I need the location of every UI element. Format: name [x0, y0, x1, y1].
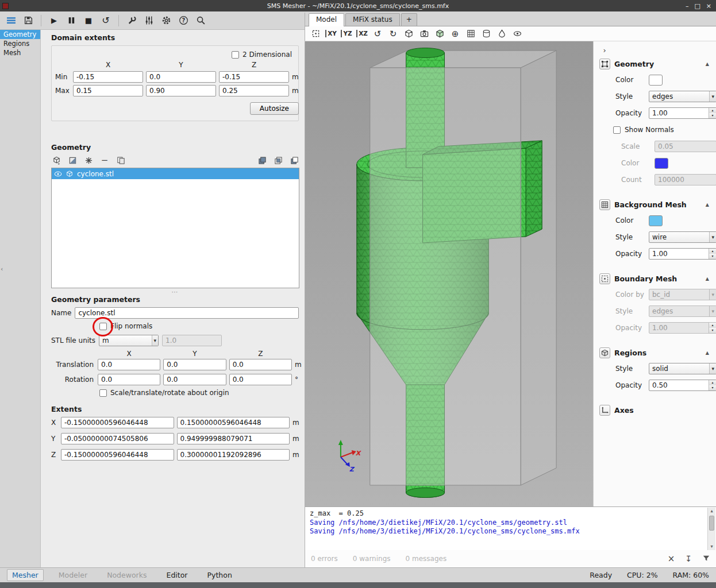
console-scrollbar[interactable]: ▲ ▼	[707, 508, 715, 550]
add-geometry-icon[interactable]	[51, 155, 61, 165]
autosize-button[interactable]: Autosize	[250, 102, 299, 115]
regions-style-combo[interactable]: solid ▾	[649, 363, 716, 374]
geometry-style-combo[interactable]: edges ▾	[649, 91, 716, 102]
collapse-caret-icon[interactable]: ▲	[706, 276, 711, 281]
maximize-button[interactable]: □	[694, 2, 700, 10]
spin-up-icon[interactable]: ▴	[709, 380, 716, 385]
mode-modeler[interactable]: Modeler	[54, 570, 92, 581]
toggle-boundary-mesh-icon[interactable]	[480, 28, 492, 40]
screenshot-camera-icon[interactable]	[418, 28, 430, 40]
rotation-y-input[interactable]	[163, 374, 226, 385]
domain-ymin-input[interactable]	[146, 71, 216, 83]
collapse-panel-button[interactable]: ›	[599, 45, 610, 55]
rotation-z-input[interactable]	[229, 374, 292, 385]
view-yz-button[interactable]: YZ	[341, 30, 352, 37]
collapse-caret-icon[interactable]: ▲	[706, 61, 711, 67]
mode-nodeworks[interactable]: Nodeworks	[102, 570, 151, 581]
toggle-geometry-icon[interactable]	[434, 28, 445, 40]
remove-geometry-icon[interactable]: −	[99, 155, 110, 165]
domain-zmax-input[interactable]	[219, 85, 289, 96]
build-wrench-icon[interactable]	[124, 14, 139, 28]
tab-add[interactable]: +	[401, 13, 417, 26]
domain-xmax-input[interactable]	[73, 85, 143, 96]
collapse-caret-icon[interactable]: ▲	[706, 350, 711, 355]
spin-up-icon[interactable]: ▴	[709, 249, 716, 254]
nav-item-geometry[interactable]: Geometry	[0, 30, 40, 39]
background-mesh-color-swatch[interactable]	[649, 215, 663, 226]
geometry-list-item[interactable]: cyclone.stl	[52, 168, 299, 179]
mode-python[interactable]: Python	[203, 570, 237, 581]
search-icon[interactable]	[193, 14, 208, 28]
rotate-counterclockwise-icon[interactable]: ↺	[372, 28, 383, 40]
spin-down-icon[interactable]: ▾	[709, 113, 716, 118]
flip-normals-checkbox[interactable]	[99, 323, 107, 330]
scrollbar-thumb[interactable]	[709, 516, 714, 531]
union-icon[interactable]	[257, 155, 267, 165]
scroll-to-end-icon[interactable]: ↧	[685, 554, 692, 563]
filter-messages-icon[interactable]	[702, 554, 710, 564]
add-filter-icon[interactable]	[67, 155, 78, 165]
translation-z-input[interactable]	[229, 359, 292, 370]
domain-ymax-input[interactable]	[146, 85, 216, 96]
copy-geometry-icon[interactable]	[116, 155, 126, 165]
clear-console-icon[interactable]: ×	[668, 554, 675, 564]
intersect-icon[interactable]	[273, 155, 283, 165]
parameters-sliders-icon[interactable]	[141, 14, 156, 28]
scroll-up-icon[interactable]: ▲	[708, 508, 715, 514]
nav-item-mesh[interactable]: Mesh	[0, 48, 40, 57]
close-button[interactable]: ×	[706, 2, 711, 10]
translation-x-input[interactable]	[98, 359, 160, 370]
stop-icon[interactable]: ■	[81, 14, 96, 28]
extent-x-max-input[interactable]	[177, 417, 290, 428]
tab-model[interactable]: Model	[309, 13, 344, 26]
nav-splitter-arrow[interactable]: ‹	[1, 265, 3, 273]
geometry-color-swatch[interactable]	[649, 75, 663, 86]
background-mesh-opacity-spinbox[interactable]: 1.00 ▴▾	[649, 248, 716, 260]
3d-viewport[interactable]: X Z	[305, 41, 593, 506]
help-icon[interactable]: ?	[176, 14, 191, 28]
toggle-axes-icon[interactable]: ⊕	[449, 28, 461, 40]
reset-icon[interactable]: ↺	[98, 14, 113, 28]
stl-units-combo[interactable]: m ▾	[99, 335, 159, 346]
mode-mesher[interactable]: Mesher	[7, 569, 44, 581]
run-icon[interactable]: ▶	[47, 14, 61, 28]
toggle-background-mesh-icon[interactable]	[465, 28, 476, 40]
minimize-button[interactable]: –	[686, 2, 689, 10]
spin-down-icon[interactable]: ▾	[709, 254, 716, 259]
toggle-visibility-icon[interactable]	[511, 28, 523, 40]
normals-color-swatch[interactable]	[655, 158, 668, 169]
output-console[interactable]: z_max = 0.25 Saving /nfs/home/3/dietikej…	[305, 506, 716, 550]
view-xy-button[interactable]: XY	[325, 30, 337, 37]
toggle-regions-icon[interactable]	[496, 28, 507, 40]
regions-opacity-spinbox[interactable]: 0.50 ▴▾	[649, 380, 716, 391]
nav-item-regions[interactable]: Regions	[0, 39, 40, 48]
show-normals-checkbox[interactable]	[613, 126, 621, 134]
extent-x-min-input[interactable]	[61, 417, 174, 428]
domain-xmin-input[interactable]	[73, 71, 143, 83]
rotation-x-input[interactable]	[98, 374, 160, 385]
extent-z-max-input[interactable]	[177, 449, 290, 461]
translation-y-input[interactable]	[163, 359, 226, 370]
view-xz-button[interactable]: XZ	[356, 30, 368, 37]
spin-up-icon[interactable]: ▴	[709, 108, 716, 113]
mode-editor[interactable]: Editor	[162, 570, 193, 581]
tab-mfix-status[interactable]: MFiX status	[345, 13, 400, 26]
spin-down-icon[interactable]: ▾	[709, 385, 716, 390]
save-icon[interactable]	[21, 14, 36, 28]
pause-icon[interactable]	[64, 14, 79, 28]
menu-icon[interactable]	[3, 14, 18, 28]
settings-gear-icon[interactable]	[159, 14, 174, 28]
extent-z-min-input[interactable]	[61, 449, 174, 461]
extent-y-min-input[interactable]	[61, 433, 174, 444]
reset-view-icon[interactable]	[310, 28, 321, 40]
panel-splitter[interactable]: ⋯	[51, 288, 299, 295]
collapse-caret-icon[interactable]: ▲	[706, 202, 711, 207]
perspective-toggle-icon[interactable]	[403, 28, 414, 40]
geometry-name-input[interactable]	[75, 307, 299, 319]
two-dimensional-checkbox[interactable]	[232, 51, 239, 59]
extent-y-max-input[interactable]	[177, 433, 290, 444]
geometry-opacity-spinbox[interactable]: 1.00 ▴▾	[649, 107, 716, 119]
scroll-down-icon[interactable]: ▼	[708, 543, 715, 550]
wizard-icon[interactable]	[83, 155, 94, 165]
domain-zmin-input[interactable]	[219, 71, 289, 83]
